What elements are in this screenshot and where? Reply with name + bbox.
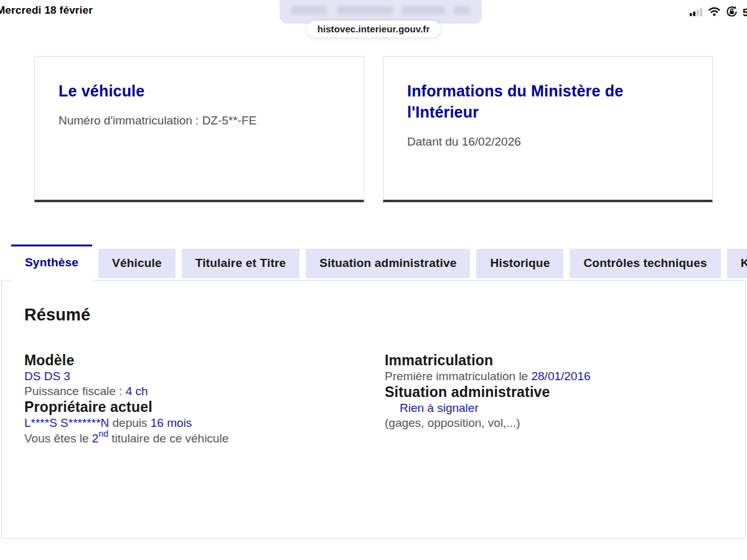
statusbar-date: Mercredi 18 février	[0, 4, 93, 17]
vehicle-registration-number: Numéro d'immatriculation : DZ-5**-FE	[59, 112, 340, 129]
rank-rest: titulaire de ce véhicule	[108, 432, 228, 446]
owner-duration: 16 mois	[151, 416, 192, 429]
registration-heading: Immatriculation	[385, 352, 745, 369]
owner-rank-line: Vous êtes le 2nd titulaire de ce véhicul…	[24, 430, 385, 446]
orientation-lock-icon	[726, 6, 738, 20]
synthese-panel: Résumé Modèle DS DS 3 Puissance fiscale …	[1, 280, 746, 539]
situation-status: Rien à signaler	[385, 401, 745, 416]
cellular-signal-icon	[690, 7, 703, 19]
owner-depuis-label: depuis	[109, 416, 151, 429]
owner-line: L****S S*******N depuis 16 mois	[24, 416, 385, 431]
summary-title: Résumé	[24, 306, 745, 325]
ghost-text-block	[291, 6, 327, 14]
tab-vehicule[interactable]: Véhicule	[98, 249, 176, 278]
tab-titulaire-et-titre[interactable]: Titulaire et Titre	[182, 249, 299, 278]
ghost-text-block	[337, 6, 393, 14]
situation-heading: Situation administrative	[385, 384, 745, 401]
report-tabs: Synthèse Véhicule Titulaire et Titre Sit…	[11, 245, 747, 281]
wifi-icon	[708, 7, 721, 19]
safari-ipad-screen: Mercredi 18 février 56	[0, 0, 747, 560]
owner-heading: Propriétaire actuel	[24, 399, 385, 416]
situation-note: (gages, opposition, vol,...)	[385, 416, 745, 431]
tab-controles-techniques[interactable]: Contrôles techniques	[570, 249, 720, 278]
summary-columns: Modèle DS DS 3 Puissance fiscale : 4 ch …	[2, 352, 745, 446]
model-name: DS DS 3	[24, 369, 385, 384]
tab-synthese[interactable]: Synthèse	[11, 245, 92, 281]
fiscal-power-label: Puissance fiscale :	[24, 385, 126, 398]
ministry-card-date: Datant du 16/02/2026	[407, 133, 688, 151]
statusbar-icons: 56	[690, 6, 747, 20]
summary-right-column: Immatriculation Première immatriculation…	[385, 352, 745, 446]
ghost-text-block	[454, 6, 470, 14]
tab-kilometrage[interactable]: Kilométrage	[727, 249, 747, 278]
address-bar[interactable]: histovec.interieur.gouv.fr	[307, 21, 441, 37]
summary-left-column: Modèle DS DS 3 Puissance fiscale : 4 ch …	[24, 352, 385, 446]
fiscal-power-line: Puissance fiscale : 4 ch	[24, 384, 385, 399]
first-registration-label: Première immatriculation le	[385, 370, 531, 383]
first-registration-date: 28/01/2016	[531, 370, 590, 383]
rank-ordinal: nd	[98, 429, 108, 439]
model-heading: Modèle	[24, 352, 385, 369]
ghost-text-block	[402, 6, 445, 14]
battery-percentage: 56	[743, 7, 747, 19]
fiscal-power-value: 4 ch	[126, 385, 148, 398]
vehicle-card-title: Le véhicule	[59, 80, 340, 101]
owner-masked-name: L****S S*******N	[24, 416, 109, 429]
rank-prefix: Vous êtes le	[24, 432, 92, 446]
tab-historique[interactable]: Historique	[476, 249, 563, 278]
rank-number: 2	[92, 432, 99, 446]
header-cards: Le véhicule Numéro d'immatriculation : D…	[34, 56, 713, 202]
ministry-card: Informations du Ministère de l'Intérieur…	[383, 56, 713, 202]
vehicle-card: Le véhicule Numéro d'immatriculation : D…	[34, 56, 364, 202]
tab-situation-administrative[interactable]: Situation administrative	[306, 249, 470, 278]
ministry-card-title: Informations du Ministère de l'Intérieur	[407, 80, 688, 123]
first-registration-line: Première immatriculation le 28/01/2016	[385, 369, 745, 384]
